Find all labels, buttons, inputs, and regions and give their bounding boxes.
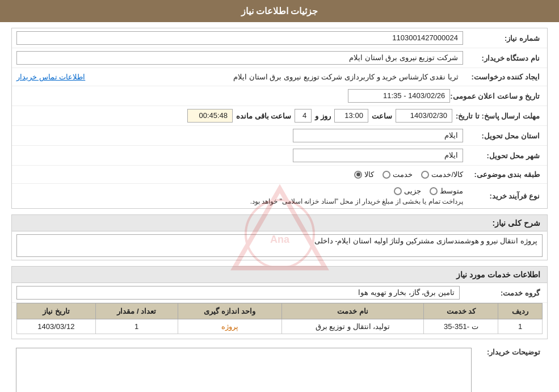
response-date-value: 1403/02/30 [396,109,452,123]
purchase-type-row: نوع فرآیند خرید: متوسط جزیی پرداخت تمام … [12,184,547,208]
page-title: جزئیات اطلاعات نیاز [241,6,318,16]
kala-khidmat-label: کالا/خدمت [431,170,463,179]
services-section: اطلاعات خدمات مورد نیاز گروه خدمت: تامین… [11,266,548,339]
purchase-note: پرداخت تمام یا بخشی از مبلغ خریدار از مح… [16,197,463,205]
col-service-name: نام خدمت [281,304,424,319]
remaining-time-value: 00:45:48 [187,109,233,123]
description-value: پروژه انتقال نیرو و هوشمندسازی مشترکین و… [16,234,543,257]
description-section-title: شرح کلی نیاز: [11,214,548,231]
announce-date-label: تاریخ و ساعت اعلان عمومی: [450,92,543,100]
category-khidmat[interactable]: خدمت [383,170,413,179]
cell-row-num: 1 [498,319,543,334]
service-group-row: گروه خدمت: تامین برق، گاز، بخار و تهویه … [12,283,547,303]
khidmat-label: خدمت [393,170,413,179]
buyer-org-value: شرکت توزیع نیروی برق استان ایلام [16,51,463,65]
col-row-num: ردیف [498,304,543,319]
buyer-desc-row: توضیحات خریدار: ⌐ [11,345,548,392]
kala-radio[interactable] [354,171,362,179]
type-juzii[interactable]: جزیی [394,187,421,195]
juzii-radio[interactable] [394,187,402,195]
cell-service-name: تولید، انتقال و توزیع برق [281,319,424,334]
announce-date-row: تاریخ و ساعت اعلان عمومی: 1403/02/26 - 1… [12,86,547,106]
response-deadline-row: مهلت ارسال پاسخ: تا تاریخ: 1403/02/30 سا… [12,106,547,126]
response-deadline-label: مهلت ارسال پاسخ: تا تاریخ: [456,112,543,120]
services-info: گروه خدمت: تامین برق، گاز، بخار و تهویه … [11,283,548,339]
need-number-row: شماره نیاز: 1103001427000024 [12,28,547,48]
mutavasset-radio[interactable] [430,187,438,195]
cell-unit: پروژه [178,319,281,334]
main-info-section: شماره نیاز: 1103001427000024 نام دستگاه … [11,28,548,209]
service-group-label: گروه خدمت: [463,289,543,297]
page-header: جزئیات اطلاعات نیاز [0,0,559,22]
city-value: ایلام [293,149,463,162]
created-by-row: ایجاد کننده درخواست: ثریا نقدی کارشناس خ… [12,68,547,86]
category-kala-khidmat[interactable]: کالا/خدمت [421,170,463,179]
service-table: ردیف کد خدمت نام خدمت واحد اندازه گیری ت… [16,303,543,334]
created-by-label: ایجاد کننده درخواست: [463,73,543,81]
mutavasset-label: متوسط [440,187,463,195]
province-label: استان محل تحویل: [463,132,543,140]
category-label: طبقه بندی موضوعی: [463,170,543,179]
type-mutavasset[interactable]: متوسط [430,187,463,195]
juzii-label: جزیی [404,187,421,195]
description-row: پروژه انتقال نیرو و هوشمندسازی مشترکین و… [12,231,547,260]
contact-link[interactable]: اطلاعات تماس خریدار [16,73,85,81]
col-quantity: تعداد / مقدار [95,304,178,319]
city-label: شهر محل تحویل: [463,151,543,160]
khidmat-radio[interactable] [383,171,390,179]
province-value: ایلام [293,129,463,142]
purchase-type-label: نوع فرآیند خرید: [463,192,543,200]
cell-quantity: 1 [95,319,178,334]
city-row: شهر محل تحویل: ایلام [12,146,547,166]
col-unit: واحد اندازه گیری [178,304,281,319]
buyer-desc-label: توضیحات خریدار: [475,348,543,356]
buyer-desc-section: توضیحات خریدار: ⌐ [11,345,548,392]
service-group-value: تامین برق، گاز، بخار و تهویه هوا [16,286,460,300]
description-section: شرح کلی نیاز: پروژه انتقال نیرو و هوشمند… [11,214,548,260]
description-box: پروژه انتقال نیرو و هوشمندسازی مشترکین و… [11,231,548,260]
buyer-desc-box: ⌐ [16,348,472,392]
created-by-value: ثریا نقدی کارشناس خرید و کاربردازی شرکت … [91,71,463,83]
buyer-desc-value [16,348,472,392]
purchase-type-area: متوسط جزیی پرداخت تمام یا بخشی از مبلغ خ… [16,187,463,205]
cell-service-code: ت -351-35 [424,319,498,334]
service-table-wrapper: ردیف کد خدمت نام خدمت واحد اندازه گیری ت… [12,303,547,339]
buyer-org-row: نام دستگاه خریدار: شرکت توزیع نیروی برق … [12,48,547,68]
response-time-label: ساعت [372,112,392,120]
col-date: تاریخ نیاز [17,304,96,319]
col-service-code: کد خدمت [424,304,498,319]
cell-date: 1403/03/12 [17,319,96,334]
buyer-org-label: نام دستگاه خریدار: [463,54,543,62]
announce-date-value: 1403/02/26 - 11:35 [348,89,450,103]
days-label: روز و [315,112,331,120]
response-time-value: 13:00 [334,109,368,123]
purchase-radio-group: متوسط جزیی [16,187,463,195]
remaining-label: ساعت باقی مانده [236,112,291,120]
kala-khidmat-radio[interactable] [421,171,429,179]
category-kala[interactable]: کالا [354,170,374,179]
province-row: استان محل تحویل: ایلام [12,126,547,146]
category-radio-group: کالا/خدمت خدمت کالا [354,170,463,179]
category-row: طبقه بندی موضوعی: کالا/خدمت خدمت کالا [12,166,547,184]
need-number-value: 1103001427000024 [16,31,463,45]
table-row: 1 ت -351-35 تولید، انتقال و توزیع برق پر… [17,319,543,334]
services-section-title: اطلاعات خدمات مورد نیاز [11,266,548,283]
need-number-label: شماره نیاز: [463,34,543,43]
kala-label: کالا [364,170,374,179]
days-value: 4 [295,109,312,123]
